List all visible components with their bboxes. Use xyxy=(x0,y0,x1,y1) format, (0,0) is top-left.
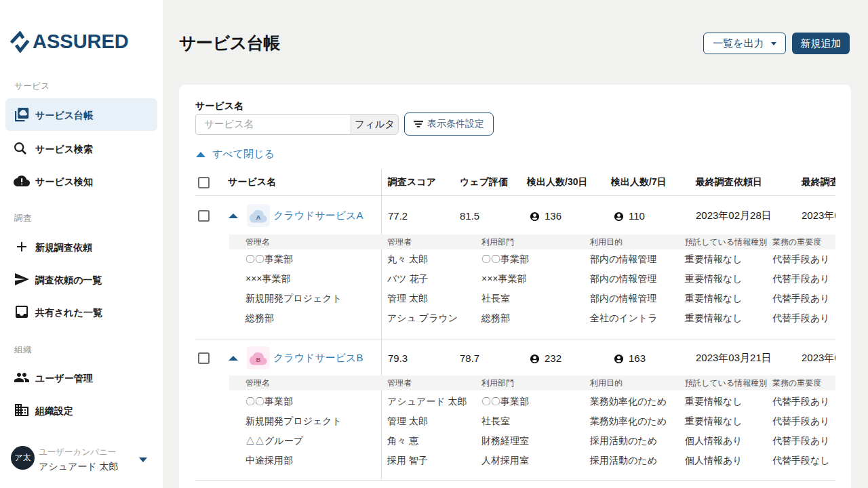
svg-text:B: B xyxy=(256,356,261,363)
svg-text:A: A xyxy=(256,214,261,221)
